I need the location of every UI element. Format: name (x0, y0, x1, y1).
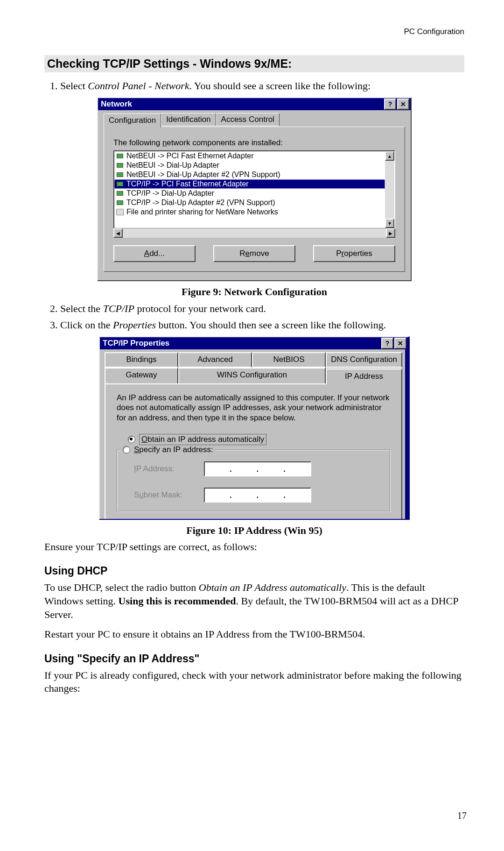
list-item[interactable]: TCP/IP -> Dial-Up Adapter (114, 189, 385, 198)
list-item[interactable]: TCP/IP -> Dial-Up Adapter #2 (VPN Suppor… (114, 198, 385, 207)
tab-gateway[interactable]: Gateway (105, 368, 178, 383)
numbered-steps-cont: Select the TCP/IP protocol for your netw… (44, 302, 464, 332)
specify-group: Specify an IP address: IP Address: ... S… (117, 450, 390, 511)
protocol-icon (116, 199, 125, 206)
step-1-text-post: . You should see a screen like the follo… (189, 80, 371, 92)
tcpip-properties-dialog: TCP/IP Properties ? ✕ Bindings Advanced … (99, 336, 410, 520)
radio-obtain-auto[interactable]: Obtain an IP address automatically (128, 434, 390, 445)
radio-icon-unselected (123, 446, 130, 454)
tab-identification[interactable]: Identification (161, 113, 216, 126)
protocol-icon (116, 162, 125, 169)
network-title: Network (101, 99, 132, 109)
ensure-text: Ensure your TCP/IP settings are correct,… (44, 540, 464, 554)
tab-dns-configuration[interactable]: DNS Configuration (326, 352, 402, 368)
ip-description: An IP address can be automatically assig… (117, 393, 390, 423)
subnet-mask-input[interactable]: ... (204, 488, 311, 503)
page-number: 17 (457, 810, 467, 821)
protocol-icon (116, 190, 125, 197)
network-dialog: Network ? ✕ Configuration Identification… (97, 97, 412, 281)
ip-address-input[interactable]: ... (204, 461, 311, 476)
protocol-icon (116, 153, 125, 159)
subnet-mask-label: Subnet Mask: (134, 490, 204, 500)
using-dhcp-title: Using DHCP (44, 565, 464, 577)
step-2: Select the TCP/IP protocol for your netw… (60, 302, 464, 315)
radio-specify[interactable]: Specify an IP address: (121, 445, 215, 454)
section-title: Checking TCP/IP Settings - Windows 9x/ME… (44, 55, 464, 72)
running-header: PC Configuration (44, 27, 464, 36)
step-1: Select Control Panel - Network. You shou… (60, 79, 464, 92)
tab-configuration[interactable]: Configuration (104, 113, 161, 128)
radio-label-specify: Specify an IP address: (134, 445, 213, 454)
dhcp-restart: Restart your PC to ensure it obtains an … (44, 628, 464, 641)
specify-paragraph: If your PC is already configured, check … (44, 669, 464, 695)
dhcp-paragraph: To use DHCP, select the radio button Obt… (44, 581, 464, 621)
step-1-text-pre: Select (60, 80, 88, 92)
help-button[interactable]: ? (384, 99, 396, 110)
list-item[interactable]: File and printer sharing for NetWare Net… (114, 207, 385, 217)
subnet-mask-row: Subnet Mask: ... (134, 488, 380, 503)
network-tabs: Configuration Identification Access Cont… (104, 114, 405, 127)
step-3-italic: Properties (113, 319, 156, 331)
step-3-text-pre: Click on the (60, 319, 113, 331)
tab-advanced[interactable]: Advanced (178, 352, 252, 368)
numbered-steps: Select Control Panel - Network. You shou… (44, 79, 464, 92)
protocol-icon (116, 181, 125, 187)
components-label: The following network components are ins… (113, 138, 395, 148)
scroll-left-button[interactable]: ◀ (113, 228, 123, 238)
tcpip-titlebar: TCP/IP Properties ? ✕ (100, 337, 408, 349)
tab-netbios[interactable]: NetBIOS (252, 352, 326, 368)
step-2-italic: TCP/IP (103, 303, 134, 314)
ip-address-row: IP Address: ... (134, 461, 380, 476)
network-titlebar: Network ? ✕ (98, 98, 411, 110)
ip-address-label: IP Address: (134, 464, 204, 474)
tab-ip-address[interactable]: IP Address (326, 369, 402, 384)
radio-label-obtain: Obtain an IP address automatically (139, 434, 266, 445)
figure-9-caption: Figure 9: Network Configuration (44, 286, 464, 298)
list-item-selected[interactable]: TCP/IP -> PCI Fast Ethernet Adapter (114, 179, 385, 189)
close-button[interactable]: ✕ (397, 99, 409, 110)
list-item[interactable]: NetBEUI -> Dial-Up Adapter (114, 161, 385, 170)
tcpip-title: TCP/IP Properties (103, 339, 169, 348)
add-button[interactable]: Add... (113, 245, 196, 262)
figure-10-caption: Figure 10: IP Address (Win 95) (44, 525, 464, 537)
help-button[interactable]: ? (381, 338, 393, 349)
ip-address-panel: An IP address can be automatically assig… (105, 383, 402, 519)
step-2-text-post: protocol for your network card. (134, 303, 266, 314)
remove-button[interactable]: Remove (213, 245, 295, 262)
vertical-scrollbar[interactable]: ▲ ▼ (385, 151, 394, 228)
tcpip-tabs: Bindings Advanced NetBIOS DNS Configurat… (105, 352, 402, 383)
properties-button[interactable]: Properties (313, 245, 395, 262)
horizontal-scrollbar[interactable]: ◀ ▶ (113, 228, 395, 238)
config-tab-panel: The following network components are ins… (104, 127, 405, 272)
file-share-icon (116, 209, 125, 215)
radio-icon-selected (128, 436, 135, 443)
tab-wins-configuration[interactable]: WINS Configuration (178, 368, 326, 383)
scroll-up-button[interactable]: ▲ (385, 151, 394, 161)
close-button[interactable]: ✕ (394, 338, 406, 349)
step-3-text-post: button. You should then see a screen lik… (156, 319, 386, 331)
tab-bindings[interactable]: Bindings (105, 352, 178, 368)
component-list[interactable]: NetBEUI -> PCI Fast Ethernet Adapter Net… (114, 151, 385, 228)
list-item[interactable]: NetBEUI -> PCI Fast Ethernet Adapter (114, 151, 385, 161)
component-list-wrap: NetBEUI -> PCI Fast Ethernet Adapter Net… (113, 150, 395, 238)
step-3: Click on the Properties button. You shou… (60, 318, 464, 332)
step-2-text-pre: Select the (60, 303, 103, 314)
using-specify-title: Using "Specify an IP Address" (44, 652, 464, 665)
scroll-right-button[interactable]: ▶ (386, 228, 395, 238)
list-item[interactable]: NetBEUI -> Dial-Up Adapter #2 (VPN Suppo… (114, 170, 385, 179)
scroll-down-button[interactable]: ▼ (385, 219, 394, 228)
protocol-icon (116, 171, 125, 178)
step-1-italic: Control Panel - Network (88, 80, 189, 92)
tab-access-control[interactable]: Access Control (216, 113, 280, 126)
